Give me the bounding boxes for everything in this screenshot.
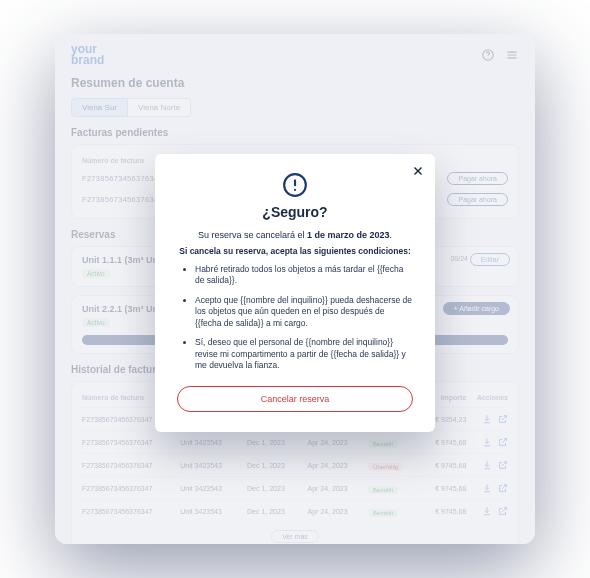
modal-condition: Habré retirado todos los objetos a más t… (195, 264, 413, 287)
modal-subtitle: Si cancela su reserva, acepta las siguie… (177, 246, 413, 256)
modal-condition: Sí, deseo que el personal de {{nombre de… (195, 337, 413, 371)
svg-point-9 (294, 189, 296, 191)
modal-cancel-line: Su reserva se cancelará el 1 de marzo de… (177, 230, 413, 240)
modal-title: ¿Seguro? (177, 204, 413, 220)
modal-line-date: 1 de marzo de 2023 (307, 230, 390, 240)
modal-line-prefix: Su reserva se cancelará el (198, 230, 307, 240)
app-window: your brand Resumen de cuenta Viena Sur V… (55, 34, 535, 544)
close-icon[interactable] (409, 162, 427, 180)
modal-condition: Acepto que {{nombre del inquilino}} pued… (195, 295, 413, 329)
modal-overlay: ¿Seguro? Su reserva se cancelará el 1 de… (55, 34, 535, 544)
modal-conditions-list: Habré retirado todos los objetos a más t… (177, 264, 413, 372)
modal-line-suffix: . (390, 230, 393, 240)
cancel-reservation-modal: ¿Seguro? Su reserva se cancelará el 1 de… (155, 154, 435, 432)
alert-icon (177, 172, 413, 198)
cancel-reservation-button[interactable]: Cancelar reserva (177, 386, 413, 412)
